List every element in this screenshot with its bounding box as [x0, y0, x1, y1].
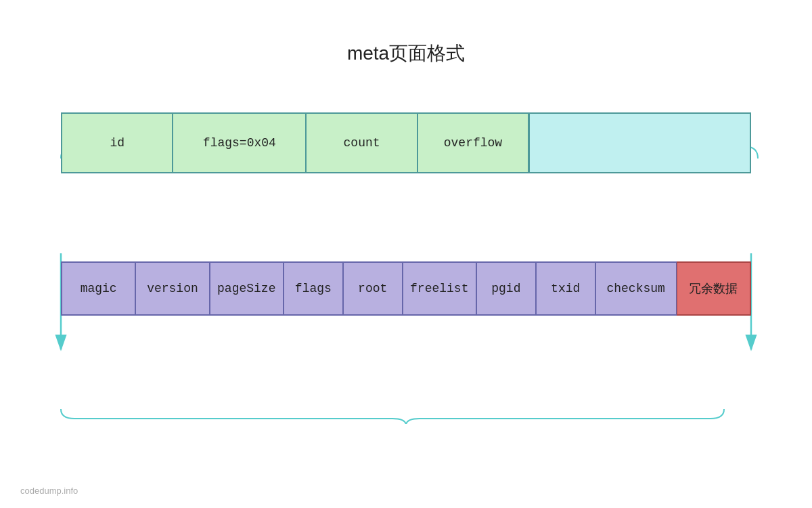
- bottom-box-checksum: checksum: [595, 261, 677, 316]
- top-box-flags: flags=0x04: [173, 112, 306, 173]
- bottom-box-txid: txid: [536, 261, 595, 316]
- bottom-box-pagesize: pageSize: [210, 261, 284, 316]
- top-box-data: [529, 112, 751, 173]
- bottom-box-pgid: pgid: [476, 261, 536, 316]
- top-box-overflow: overflow: [418, 112, 529, 173]
- bottom-box-root: root: [343, 261, 403, 316]
- bottom-box-redundant: 冗余数据: [677, 261, 751, 316]
- top-box-id: id: [61, 112, 173, 173]
- bottom-box-freelist: freelist: [403, 261, 476, 316]
- top-row-container: id flags=0x04 count overflow: [34, 112, 778, 173]
- diagram-wrapper: 页表头 页数据 meta数据 id flags=0x04: [34, 112, 778, 316]
- bottom-row: magic version pageSize flags root freeli…: [61, 261, 751, 316]
- bottom-box-flags: flags: [284, 261, 343, 316]
- bottom-row-container: magic version pageSize flags root freeli…: [34, 261, 778, 316]
- page-title: meta页面格式: [0, 0, 812, 66]
- bottom-box-version: version: [135, 261, 209, 316]
- bottom-box-magic: magic: [61, 261, 135, 316]
- top-box-count: count: [306, 112, 417, 173]
- watermark: codedump.info: [20, 486, 78, 496]
- top-row: id flags=0x04 count overflow: [61, 112, 751, 173]
